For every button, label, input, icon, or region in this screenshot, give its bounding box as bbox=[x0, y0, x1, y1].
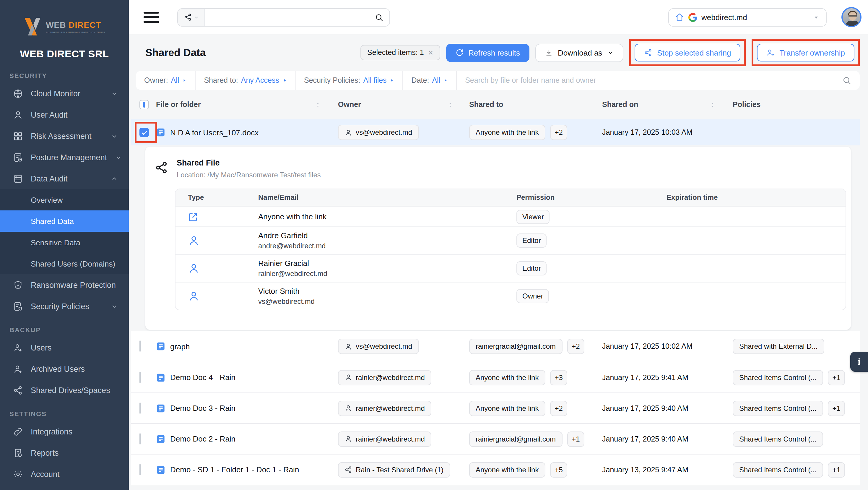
info-icon: i bbox=[858, 357, 861, 367]
owner-chip[interactable]: rainier@webdirect.md bbox=[338, 370, 431, 385]
sort-file-icon[interactable] bbox=[315, 100, 321, 109]
policy-plus-chip[interactable]: +1 bbox=[828, 400, 845, 416]
permission-chip[interactable]: Editor bbox=[517, 234, 547, 248]
share-nodes-icon bbox=[644, 49, 652, 57]
table-row[interactable]: Demo Doc 4 - Rain rainier@webdirect.md A… bbox=[131, 362, 860, 393]
chevron-down-icon bbox=[111, 90, 118, 97]
sidebar-item-integrations[interactable]: Integrations bbox=[0, 421, 129, 442]
filter-shared-to[interactable]: Shared to: Any Access bbox=[195, 71, 296, 90]
policy-chip[interactable]: Shared Items Control (... bbox=[733, 400, 823, 416]
shared-on-date: January 17, 2025 9:41 AM bbox=[602, 373, 719, 381]
sort-owner-icon[interactable] bbox=[447, 100, 453, 109]
table-search-input[interactable] bbox=[457, 76, 842, 85]
filter-owner[interactable]: Owner: All bbox=[136, 71, 195, 90]
shared-to-chip[interactable]: Anyone with the link bbox=[469, 370, 545, 385]
sidebar-item-posture-management[interactable]: Posture Management bbox=[0, 147, 129, 168]
sidebar-item-user-audit[interactable]: User Audit bbox=[0, 104, 129, 125]
table-row[interactable]: graph vs@webdirect.md rainiergracial@gma… bbox=[131, 331, 860, 362]
row-checkbox[interactable] bbox=[140, 340, 141, 352]
owner-chip[interactable]: Rain - Test Shared Drive (1) bbox=[338, 462, 450, 477]
sidebar-item-overview[interactable]: Overview bbox=[0, 189, 129, 210]
owner-chip[interactable]: rainier@webdirect.md bbox=[338, 431, 431, 447]
search-icon[interactable] bbox=[375, 13, 383, 22]
table-row[interactable]: Demo Doc 3 - Rain rainier@webdirect.md A… bbox=[131, 393, 860, 423]
sidebar-item-risk-assessment[interactable]: Risk Assessment bbox=[0, 125, 129, 147]
policy-plus-chip[interactable]: +1 bbox=[828, 462, 845, 477]
shared-to-plus-chip[interactable]: +2 bbox=[550, 125, 567, 140]
sidebar-item-shared-users-domains[interactable]: Shared Users (Domains) bbox=[0, 253, 129, 274]
sidebar-item-ransomware-protection[interactable]: Ransomware Protection bbox=[0, 274, 129, 296]
owner-chip[interactable]: vs@webdirect.md bbox=[338, 125, 418, 140]
policy-chip[interactable]: Shared Items Control (... bbox=[733, 431, 823, 447]
sidebar-item-reports[interactable]: Reports bbox=[0, 442, 129, 463]
row-checkbox[interactable] bbox=[140, 371, 141, 383]
sidebar-item-cloud-monitor[interactable]: Cloud Monitor bbox=[0, 83, 129, 104]
owner-chip[interactable]: rainier@webdirect.md bbox=[338, 400, 431, 416]
policy-chip[interactable]: Shared Items Control (... bbox=[733, 462, 823, 477]
search-scope-dropdown[interactable] bbox=[178, 8, 205, 26]
permission-chip[interactable]: Viewer bbox=[517, 210, 550, 224]
table-row[interactable]: N D A for Users_107.docx vs@webdirect.md… bbox=[131, 119, 860, 145]
document-shield-icon bbox=[13, 301, 23, 311]
shared-to-plus-chip[interactable]: +2 bbox=[550, 400, 567, 416]
chevron-up-icon bbox=[111, 175, 118, 182]
sidebar-item-shared-data[interactable]: Shared Data bbox=[0, 210, 129, 232]
brand-word-direct: DIRECT bbox=[68, 20, 101, 29]
sidebar-item-security-policies[interactable]: Security Policies bbox=[0, 296, 129, 317]
brand-word-web: WEB bbox=[46, 20, 66, 29]
topbar-divider bbox=[834, 8, 834, 26]
menu-toggle-button[interactable] bbox=[144, 11, 159, 23]
shared-to-plus-chip[interactable]: +1 bbox=[567, 431, 584, 447]
shared-to-chip[interactable]: rainiergracial@gmail.com bbox=[469, 431, 562, 447]
table-row[interactable]: Demo Doc 2 - Rain rainier@webdirect.md r… bbox=[131, 423, 860, 454]
permission-chip[interactable]: Editor bbox=[517, 261, 547, 275]
sidebar-item-data-audit[interactable]: Data Audit bbox=[0, 168, 129, 189]
policy-chip[interactable]: Shared with External D... bbox=[733, 339, 824, 354]
close-icon[interactable]: ✕ bbox=[428, 49, 433, 56]
policy-chip[interactable]: Shared Items Control (... bbox=[733, 370, 823, 385]
row-checkbox[interactable] bbox=[140, 433, 141, 444]
content-area: Shared Data Selected items: 1 ✕ Refresh … bbox=[129, 34, 868, 490]
info-button[interactable]: i bbox=[850, 352, 868, 372]
sidebar-item-account[interactable]: Account bbox=[0, 463, 129, 485]
person-icon bbox=[344, 342, 352, 350]
owner-chip[interactable]: vs@webdirect.md bbox=[338, 339, 418, 354]
shared-to-chip[interactable]: Anyone with the link bbox=[469, 400, 545, 416]
server-icon bbox=[13, 174, 23, 184]
select-all-checkbox[interactable] bbox=[140, 100, 149, 109]
section-label-security: SECURITY bbox=[9, 72, 129, 79]
search-icon[interactable] bbox=[842, 76, 851, 85]
shared-to-plus-chip[interactable]: +2 bbox=[567, 339, 584, 354]
row-checkbox[interactable] bbox=[140, 402, 141, 414]
shared-to-chip[interactable]: Anyone with the link bbox=[469, 462, 545, 477]
person-icon bbox=[344, 373, 352, 381]
brand-logo: WEB DIRECT BUSINESS RELATIONSHIP BASED O… bbox=[0, 0, 129, 41]
shared-to-plus-chip[interactable]: +5 bbox=[550, 462, 567, 477]
filter-security-policies[interactable]: Security Policies: All files bbox=[296, 71, 403, 90]
shared-to-plus-chip[interactable]: +3 bbox=[550, 370, 567, 385]
global-search-input[interactable] bbox=[205, 8, 375, 26]
stop-selected-sharing-button[interactable]: Stop selected sharing bbox=[634, 44, 740, 61]
shared-to-chip[interactable]: Anyone with the link bbox=[469, 125, 545, 140]
sidebar-item-shared-drives-spaces[interactable]: Shared Drives/Spaces bbox=[0, 379, 129, 401]
table-row[interactable]: Demo - SD 1 - Folder 1 - Doc 1 - Rain Ra… bbox=[131, 454, 860, 485]
sidebar-item-archived-users[interactable]: Archived Users bbox=[0, 358, 129, 379]
policy-plus-chip[interactable]: +1 bbox=[828, 370, 845, 385]
transfer-ownership-button[interactable]: Transfer ownership bbox=[757, 44, 855, 61]
account-selector[interactable]: webdirect.md bbox=[668, 8, 827, 26]
permission-chip[interactable]: Owner bbox=[517, 289, 549, 303]
shared-to-chip[interactable]: rainiergracial@gmail.com bbox=[469, 339, 562, 354]
document-icon bbox=[156, 373, 165, 382]
section-label-backup: BACKUP bbox=[9, 326, 129, 333]
page-title: Shared Data bbox=[145, 47, 206, 59]
download-as-button[interactable]: Download as bbox=[535, 43, 623, 62]
refresh-results-button[interactable]: Refresh results bbox=[446, 43, 529, 62]
sidebar-item-sensitive-data[interactable]: Sensitive Data bbox=[0, 232, 129, 253]
sort-shared-on-icon[interactable] bbox=[710, 100, 716, 109]
sidebar-item-users[interactable]: Users bbox=[0, 337, 129, 358]
sidebar: WEB DIRECT BUSINESS RELATIONSHIP BASED O… bbox=[0, 0, 129, 490]
row-checkbox[interactable] bbox=[140, 128, 149, 137]
filter-date[interactable]: Date: All bbox=[403, 71, 457, 90]
user-avatar[interactable] bbox=[841, 7, 862, 27]
row-checkbox[interactable] bbox=[140, 464, 141, 475]
